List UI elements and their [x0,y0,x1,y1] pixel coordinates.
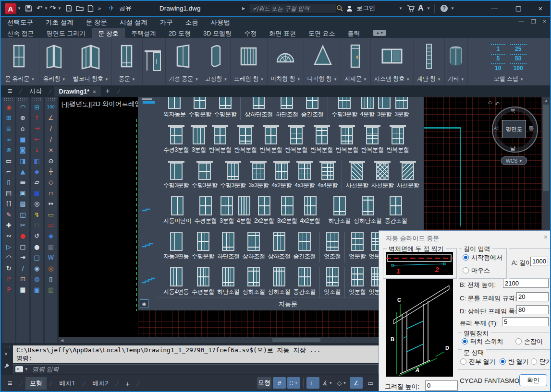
palette-item-3분할[interactable]: 3분할 [378,97,392,119]
panel-label[interactable]: 기성 중문▼ [169,75,198,85]
command-grip[interactable] [4,346,11,348]
ribbon-tab-9[interactable]: 도면 요소 [302,28,342,38]
login-label[interactable]: 로그인 [356,3,375,13]
new-sheet-icon[interactable] [87,3,94,13]
camera-icon[interactable]: ◉ [31,263,43,273]
palette-item-수평3분할[interactable]: 수평3분할 [332,97,357,119]
ribbon-panel-계단 창[interactable]: 계단 창▼ [414,38,445,85]
layout-tab-2[interactable]: 배치2 [88,377,112,390]
palette-item-4x3분할[interactable]: 4x3분할 [294,161,315,190]
ruler-icon[interactable]: ▭ [45,209,57,220]
ribbon-tab-1[interactable]: 신속 접근 [1,28,40,38]
dimension-icon[interactable]: ↔ [45,199,57,209]
table-icon[interactable]: ⊓ [31,220,43,230]
palette-item-하단조절[interactable]: 하단조절 [217,232,240,261]
panel-label[interactable]: 고정창▼ [205,75,227,85]
new-layout-button[interactable]: + [121,378,134,390]
menu-item-6[interactable]: 소품 [179,18,205,27]
circle-icon[interactable]: ⊕ [17,112,28,123]
quadrant-snap-icon[interactable]: ◇ [45,177,57,188]
ribbon-panel-중문[interactable]: 중문▼ [112,38,143,85]
palette-item-중간조절[interactable]: 중간조절 [301,97,324,119]
glass-thickness-input[interactable] [502,317,549,326]
align-right-icon[interactable]: → [31,123,43,134]
palette-item-수평3분할[interactable]: 수평3분할 [192,161,217,190]
explode-icon[interactable]: ● [17,231,28,241]
scroll-up-icon[interactable]: ▲ [544,98,548,103]
ribbon-panel-문 유리문[interactable]: 문 유리문▼ [1,38,39,85]
save-icon[interactable] [25,3,32,13]
extrude-icon[interactable]: ▣ [17,188,28,198]
snap-value-100[interactable]: 100 [510,63,527,71]
palette-item-하단조절[interactable]: 하단조절 [328,196,351,225]
palette-item-자동4연동[interactable]: 자동4연동 [163,267,189,296]
center-snap-icon[interactable]: ⊙ [45,155,57,166]
polygon-icon[interactable]: ⌂ [17,123,28,134]
prefab-door-icon[interactable] [172,38,195,75]
line-segment-icon[interactable]: ∕ [45,123,57,134]
document-icon[interactable]: ▯ [45,273,57,284]
rail-width-input[interactable] [516,305,549,314]
palette-item-하단조절[interactable]: 하단조절 [217,267,240,296]
glass-window-icon[interactable] [43,38,65,75]
sphere-icon[interactable]: ● [31,241,43,252]
point-style-icon[interactable]: P [3,273,14,284]
step-2-glyph[interactable] [141,204,157,215]
compass-north-label[interactable]: 북 [510,107,516,115]
vertical-scroll-thumb[interactable] [543,105,549,191]
panel-label[interactable]: 아치형 창▼ [270,75,300,85]
radio-from-start[interactable]: 시작점에서 [463,253,502,262]
rotate-icon[interactable]: ↻ [3,263,14,273]
toolbar-grip[interactable] [4,98,13,101]
undo-caret-icon[interactable]: ▼ [44,3,48,13]
loft-icon[interactable]: ◙ [17,145,28,155]
palette-item-2x2분할[interactable]: 2x2분할 [254,196,274,225]
palette-item-4x4분할[interactable]: 4x4분할 [318,161,338,190]
radio-touch-icon[interactable] [462,338,468,344]
angle-snap-icon[interactable]: ∠ [45,112,57,123]
palette-item-3분할[interactable]: 3분할 [192,125,206,154]
slab-icon[interactable]: ▬ [17,177,28,188]
palette-item-반복분할[interactable]: 반복분할 [387,125,409,154]
ribbon-tab-6[interactable]: 3D 모델링 [197,28,238,38]
command-input[interactable]: >_ ▼ 명령 입력 [13,364,379,374]
arch-window-icon[interactable] [274,38,296,75]
etc-icon[interactable] [445,38,467,75]
scroll-left-icon[interactable]: ◀ [61,338,63,343]
share-label[interactable]: 공유 [119,3,132,13]
plot-icon[interactable] [65,3,73,13]
copy-icon[interactable]: ∾ [3,231,14,241]
region-icon[interactable]: ▢ [17,241,28,252]
step-3-glyph[interactable] [141,240,157,250]
login-caret-icon[interactable]: ▼ [399,3,403,13]
palette-item-반복분할[interactable]: 반복분할 [310,125,333,154]
move-icon[interactable]: ✚ [3,220,14,230]
ribbon-tab-10[interactable]: 출력 [342,28,367,38]
file-tabs-menu-icon[interactable]: ≡ [8,87,12,95]
trim-icon[interactable]: ✂ [17,220,28,230]
solid-view-icon[interactable]: ◆ [45,231,57,241]
step-4-glyph[interactable] [141,275,157,286]
pipe-link-icon[interactable]: ∞ [3,134,14,144]
inner-door-icon[interactable] [116,38,138,75]
materials-icon[interactable]: ▥ [45,285,57,295]
radio-open-full[interactable]: 전부 열기 [460,357,496,366]
menu-item-3[interactable]: 문 창문 [80,18,113,27]
undo-icon[interactable]: ↶ [37,3,43,13]
panel-label[interactable]: 유리창▼ [43,75,66,85]
palette-item-중간조절[interactable]: 중간조절 [293,232,316,261]
ribbon-panel-sliding-door[interactable] [143,38,166,85]
toolbar-grip[interactable] [18,98,27,101]
radio-from-start-icon[interactable] [463,254,469,261]
fixed-window-icon[interactable] [205,38,227,75]
zoom-window-icon[interactable]: ▱ [31,177,43,188]
ribbon-panel-프레임 창[interactable]: 프레임 창▼ [231,38,268,85]
layout-menu-icon[interactable]: ≡ [8,379,12,388]
point-snap-icon[interactable]: ▫ [45,188,57,198]
height-input[interactable] [503,279,549,288]
palette-item-상하단조절[interactable]: 상하단조절 [354,196,382,225]
palette-item-반복분할[interactable]: 반복분할 [336,125,358,154]
polygon-window-icon[interactable] [311,38,333,75]
palette-item-사선분할[interactable]: 사선분할 [371,161,394,190]
model-snap-icon[interactable]: 12555010100 [491,38,527,75]
